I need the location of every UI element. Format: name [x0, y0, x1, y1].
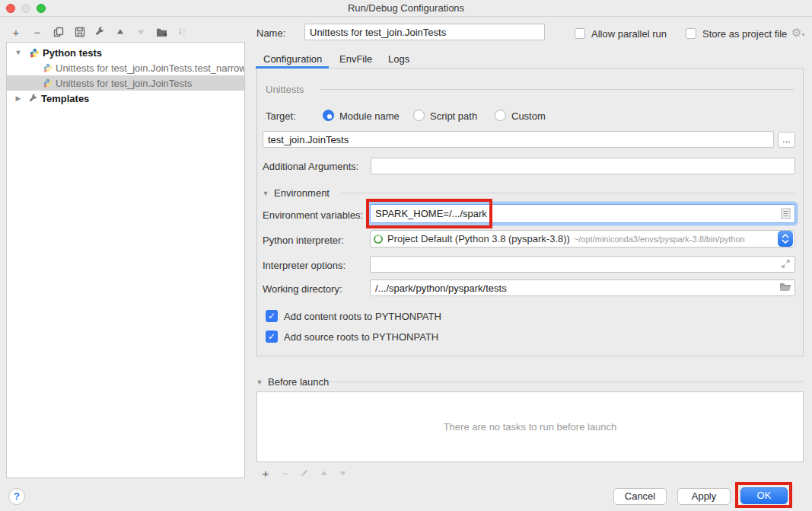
cancel-button[interactable]: Cancel [613, 488, 667, 505]
tab-logs[interactable]: Logs [388, 53, 409, 69]
environment-group-label: Environment [274, 187, 330, 199]
apply-button[interactable]: Apply [677, 488, 731, 505]
browse-module-button[interactable]: ... [778, 132, 795, 148]
additional-arguments-input[interactable] [371, 158, 795, 174]
svg-text:+: + [164, 31, 167, 37]
conda-env-icon [374, 235, 383, 244]
add-content-roots-checkbox[interactable]: ✓ [266, 310, 278, 322]
radio-module-name[interactable] [323, 110, 334, 121]
chevron-right-icon[interactable]: ▶ [13, 94, 24, 102]
tree-item-jointests-selected[interactable]: Unittests for test_join.JoinTests [7, 75, 244, 91]
tree-item-test-narrow[interactable]: Unittests for test_join.JoinTests.test_n… [7, 60, 244, 75]
additional-arguments-label: Additional Arguments: [263, 161, 358, 172]
templates-wrench-icon [28, 94, 38, 104]
python-test-config-icon [43, 63, 53, 72]
before-launch-group-label: Before launch [268, 376, 329, 388]
environment-variables-input[interactable] [370, 204, 795, 223]
edit-templates-wrench-icon[interactable] [93, 25, 107, 39]
add-source-roots-checkbox[interactable]: ✓ [266, 331, 278, 343]
interpreter-options-label: Interpreter options: [263, 260, 345, 271]
before-launch-collapse-icon[interactable]: ▼ [255, 378, 264, 386]
window-title: Run/Debug Configurations [0, 2, 812, 14]
python-tests-icon [30, 48, 40, 58]
name-label: Name: [256, 27, 285, 39]
svg-text:a: a [183, 27, 186, 32]
tree-item-templates[interactable]: ▶ Templates [7, 91, 244, 106]
remove-configuration-icon[interactable]: − [30, 25, 44, 39]
new-folder-icon[interactable]: + [154, 25, 168, 39]
edit-task-pencil-icon [298, 466, 311, 480]
help-button[interactable]: ? [8, 488, 25, 505]
move-task-up-icon [317, 466, 330, 480]
module-name-input[interactable] [263, 131, 774, 148]
before-launch-task-list: There are no tasks to run before launch [256, 391, 804, 462]
move-down-icon [134, 25, 148, 39]
tree-item-label: Unittests for test_join.JoinTests [56, 78, 192, 89]
add-content-roots-label: Add content roots to PYTHONPATH [284, 311, 441, 322]
python-interpreter-label: Python interpreter: [263, 235, 344, 246]
env-vars-browse-icon[interactable] [781, 208, 791, 222]
before-launch-empty-text: There are no tasks to run before launch [444, 421, 617, 433]
environment-collapse-icon[interactable]: ▼ [261, 190, 270, 197]
group-separator [330, 382, 804, 382]
name-input[interactable] [304, 24, 545, 40]
python-test-config-icon [43, 78, 53, 88]
save-configuration-icon[interactable] [73, 25, 87, 39]
expand-field-icon[interactable] [781, 259, 791, 271]
move-up-icon[interactable] [113, 25, 127, 39]
run-debug-configurations-dialog: Run/Debug Configurations + − + az ▼ Pyth… [0, 0, 812, 511]
folder-browse-icon[interactable] [779, 283, 791, 295]
svg-text:z: z [183, 33, 185, 37]
environment-variables-label: Environment variables: [263, 209, 363, 221]
interpreter-options-input[interactable] [370, 256, 795, 273]
chevron-down-icon[interactable]: ▼ [13, 49, 24, 56]
radio-script-path[interactable] [413, 110, 425, 121]
configurations-tree: ▼ Python tests Unittests for test_join.J… [6, 42, 245, 478]
python-interpreter-path: ~/opt/miniconda3/envs/pyspark-3.8/bin/py… [574, 235, 745, 244]
move-task-down-icon [336, 466, 349, 480]
store-as-project-file-checkbox[interactable] [686, 28, 696, 39]
add-source-roots-label: Add source roots to PYTHONPATH [284, 331, 438, 343]
allow-parallel-run-label: Allow parallel run [591, 28, 667, 40]
working-directory-input[interactable] [370, 279, 795, 296]
group-separator [341, 193, 794, 193]
unittests-group-label: Unittests [266, 84, 304, 95]
working-directory-label: Working directory: [263, 283, 342, 295]
python-interpreter-combobox[interactable]: Project Default (Python 3.8 (pyspark-3.8… [370, 230, 795, 248]
tree-item-label: Templates [41, 93, 89, 104]
python-interpreter-value: Project Default (Python 3.8 (pyspark-3.8… [387, 233, 570, 244]
allow-parallel-run-checkbox[interactable] [575, 28, 585, 39]
remove-task-icon: − [279, 466, 292, 480]
tab-envfile[interactable]: EnvFile [339, 53, 372, 69]
radio-custom[interactable] [495, 110, 506, 121]
title-bar: Run/Debug Configurations [0, 0, 812, 17]
ok-button[interactable]: OK [740, 487, 788, 504]
copy-configuration-icon[interactable] [52, 25, 65, 39]
interpreter-stepper-button[interactable] [778, 231, 793, 247]
store-as-project-file-label: Store as project file [702, 28, 787, 40]
group-separator [320, 89, 794, 90]
store-options-gear-icon[interactable]: ⚙▾ [791, 26, 804, 40]
radio-module-name-label: Module name [339, 110, 400, 122]
add-task-icon[interactable]: + [259, 466, 272, 480]
add-configuration-icon[interactable]: + [9, 25, 23, 39]
tree-item-label: Unittests for test_join.JoinTests.test_n… [56, 62, 244, 74]
radio-custom-label: Custom [511, 110, 546, 122]
tree-item-python-tests[interactable]: ▼ Python tests [7, 45, 244, 60]
sort-alphabetically-icon: az [176, 25, 189, 39]
tree-item-label: Python tests [43, 47, 102, 59]
target-label: Target: [266, 110, 296, 122]
radio-script-path-label: Script path [430, 110, 477, 122]
